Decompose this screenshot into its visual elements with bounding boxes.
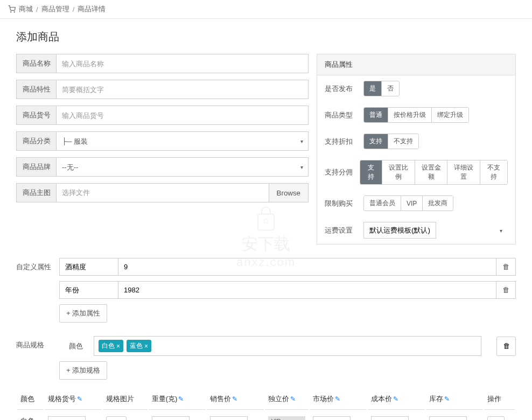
edit-icon[interactable]: ✎	[290, 395, 296, 403]
type-group: 普通 按价格升级 绑定升级	[363, 107, 469, 123]
discount-group: 支持 不支持	[363, 134, 419, 149]
close-icon[interactable]: ×	[144, 342, 148, 350]
cell-price-input[interactable]	[210, 416, 248, 420]
custom-attr-row: 🗑	[59, 258, 516, 276]
col-color: 颜色	[17, 389, 44, 410]
cell-color: 白色	[17, 411, 44, 420]
brand-select[interactable]: --无--	[57, 157, 309, 177]
col-img: 规格图片	[103, 389, 148, 410]
edit-icon[interactable]: ✎	[444, 395, 450, 403]
delete-attr-0[interactable]: 🗑	[496, 258, 516, 276]
custom-attr-label: 自定义属性	[16, 258, 59, 272]
feature-label: 商品特性	[16, 80, 57, 99]
commission-ratio[interactable]: 设置比例	[382, 160, 415, 184]
cell-stock-input[interactable]	[429, 416, 467, 420]
image-label: 商品主图	[16, 183, 57, 202]
limit-label: 限制购买	[325, 199, 357, 208]
limit-wholesale[interactable]: 批发商	[423, 196, 453, 211]
name-label: 商品名称	[16, 54, 57, 73]
shipping-label: 运费设置	[325, 226, 357, 235]
col-cost: 成本价✎	[368, 389, 425, 410]
svg-point-0	[11, 12, 11, 12]
col-action: 操作	[484, 389, 515, 410]
cell-market-input[interactable]	[313, 416, 351, 420]
edit-icon[interactable]: ✎	[178, 395, 184, 403]
breadcrumb: 商城 / 商品管理 / 商品详情	[0, 0, 532, 19]
attrs-header: 商品属性	[317, 54, 515, 75]
edit-icon[interactable]: ✎	[77, 395, 82, 403]
trash-icon: 🗑	[503, 342, 510, 350]
limit-group: 普通会员 VIP 批发商	[363, 195, 453, 211]
category-label: 商品分类	[16, 131, 57, 151]
spec-name: 颜色	[69, 341, 83, 351]
svg-point-1	[14, 12, 15, 12]
type-price[interactable]: 按价格升级	[388, 108, 432, 122]
trash-icon: 🗑	[502, 263, 509, 271]
vip-tag[interactable]: VIP	[268, 416, 305, 420]
image-placeholder[interactable]: 暂无图片	[106, 416, 127, 420]
sku-label: 商品货号	[16, 106, 57, 125]
page-title: 添加商品	[16, 30, 516, 44]
name-input[interactable]	[57, 54, 309, 73]
breadcrumb-mid[interactable]: 商品管理	[41, 4, 69, 14]
type-label: 商品类型	[325, 110, 357, 120]
limit-vip[interactable]: VIP	[401, 196, 423, 211]
discount-no[interactable]: 不支持	[388, 134, 418, 149]
cell-sku-input[interactable]	[48, 416, 86, 420]
table-row: 白色 暂无图片 VIP 批发商	[17, 411, 515, 420]
trash-icon: 🗑	[502, 286, 509, 294]
spec-table: 颜色 规格货号✎ 规格图片 重量(克)✎ 销售价✎ 独立价✎ 市场价✎ 成本价✎…	[16, 388, 516, 420]
discount-yes[interactable]: 支持	[364, 134, 388, 149]
file-text: 选择文件	[57, 183, 269, 202]
custom-key-1[interactable]	[59, 281, 118, 299]
breadcrumb-root[interactable]: 商城	[19, 4, 33, 14]
shipping-select[interactable]: 默认运费模板(默认)	[363, 222, 436, 239]
commission-group: 支持 设置比例 设置金额 详细设置 不支持	[360, 160, 508, 185]
edit-icon[interactable]: ✎	[335, 395, 340, 403]
edit-icon[interactable]: ✎	[232, 395, 237, 403]
publish-group: 是 否	[363, 81, 400, 96]
custom-val-0[interactable]	[118, 258, 496, 276]
type-normal[interactable]: 普通	[364, 108, 388, 122]
limit-normal[interactable]: 普通会员	[364, 196, 401, 211]
spec-tag-white: 白色×	[99, 340, 123, 352]
cell-weight-input[interactable]	[152, 416, 190, 420]
close-icon[interactable]: ×	[116, 342, 120, 350]
col-stock: 库存✎	[426, 389, 483, 410]
add-attr-button[interactable]: + 添加属性	[59, 304, 107, 323]
browse-button[interactable]: Browse	[269, 183, 309, 202]
custom-attr-row: 🗑	[59, 281, 516, 299]
custom-key-0[interactable]	[59, 258, 118, 276]
spec-tag-blue: 蓝色×	[127, 340, 151, 352]
cart-icon	[8, 5, 16, 13]
custom-val-1[interactable]	[118, 281, 496, 299]
spec-tag-box[interactable]: 白色× 蓝色×	[94, 336, 481, 356]
feature-input[interactable]	[57, 80, 309, 99]
delete-row-button[interactable]: 🗑	[487, 416, 505, 420]
publish-yes[interactable]: 是	[364, 81, 382, 96]
category-select[interactable]: ├─ 服装	[57, 131, 309, 151]
col-indep: 独立价✎	[265, 389, 309, 410]
delete-attr-1[interactable]: 🗑	[496, 281, 516, 299]
col-weight: 重量(克)✎	[149, 389, 206, 410]
publish-label: 是否发布	[325, 84, 357, 94]
sku-input[interactable]	[57, 106, 309, 125]
commission-amount[interactable]: 设置金额	[415, 160, 448, 184]
commission-detail[interactable]: 详细设置	[447, 160, 480, 184]
cell-cost-input[interactable]	[371, 416, 409, 420]
delete-spec-button[interactable]: 🗑	[496, 337, 516, 356]
publish-no[interactable]: 否	[382, 81, 399, 96]
add-spec-button[interactable]: + 添加规格	[59, 361, 107, 380]
discount-label: 支持折扣	[325, 137, 357, 146]
commission-support[interactable]: 支持	[360, 160, 382, 184]
col-market: 市场价✎	[310, 389, 367, 410]
col-price: 销售价✎	[207, 389, 264, 410]
commission-no[interactable]: 不支持	[480, 160, 507, 184]
commission-label: 支持分佣	[325, 167, 353, 177]
spec-label: 商品规格	[16, 336, 59, 350]
edit-icon[interactable]: ✎	[393, 395, 398, 403]
col-sku: 规格货号✎	[45, 389, 102, 410]
type-bind[interactable]: 绑定升级	[432, 108, 468, 122]
brand-label: 商品品牌	[16, 157, 57, 177]
breadcrumb-leaf: 商品详情	[78, 4, 106, 14]
